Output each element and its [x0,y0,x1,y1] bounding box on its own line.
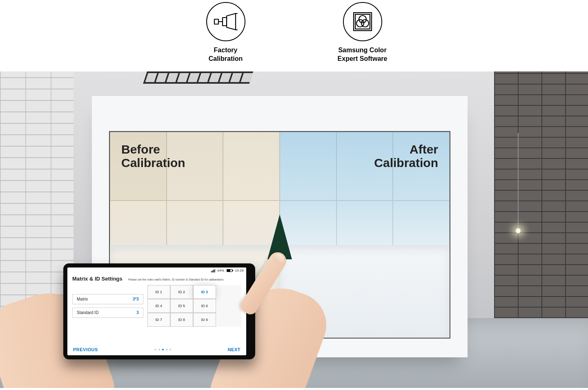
feature-row: Factory Calibration Samsung Color Expert… [0,0,588,71]
feature-label: Samsung Color Expert Software [338,46,388,63]
previous-button[interactable]: PREVIOUS [73,347,98,352]
app-footer: PREVIOUS NEXT [67,345,246,355]
color-expert-icon [343,2,382,41]
standard-id-label: Standard ID [77,310,98,315]
snow-ground [280,245,450,338]
next-button[interactable]: NEXT [228,347,241,352]
phone-screen: 64% 15:29 Matrix & ID Settings Please se… [67,267,246,355]
id-cell-9[interactable]: ID 9 [193,313,216,327]
before-calibration-label: Before Calibration [121,143,185,169]
signal-icon [211,269,215,272]
matrix-label: Matrix [77,297,88,301]
matrix-setting[interactable]: Matrix 3*3 [72,294,143,304]
svg-marker-3 [227,13,236,30]
ceiling-grid [143,71,253,84]
id-cell-3[interactable]: ID 3 [193,285,216,299]
tree-icon [267,214,292,259]
svg-rect-0 [214,19,218,24]
svg-rect-7 [355,14,370,29]
id-cell-7[interactable]: ID 7 [147,313,170,327]
brick-wall-right [494,71,588,319]
hanging-lamp [518,133,519,231]
video-wall-after: After Calibration [280,132,450,338]
standard-id-value: 3 [136,310,139,315]
id-cell-6[interactable]: ID 6 [193,299,216,313]
matrix-value: 3*3 [133,297,139,301]
app-header: Matrix & ID Settings Please set the vide… [67,274,246,285]
after-calibration-label: After Calibration [374,143,438,169]
id-cell-4[interactable]: ID 4 [147,299,170,313]
page-dots [155,349,171,350]
app-body: Matrix 3*3 Standard ID 3 ID 1 ID 2 ID 3 [67,285,246,327]
smartphone: 64% 15:29 Matrix & ID Settings Please se… [63,263,255,359]
id-cell-5[interactable]: ID 5 [170,299,193,313]
feature-factory-calibration: Factory Calibration [193,2,258,63]
clock-text: 15:29 [235,269,244,272]
battery-icon [227,269,232,272]
svg-rect-2 [223,18,227,26]
hero-scene: Before Calibration After Calibration 64%… [0,71,588,388]
app-title: Matrix & ID Settings [72,276,122,282]
feature-color-expert: Samsung Color Expert Software [330,2,395,63]
brick-wall-left [0,71,74,319]
feature-label: Factory Calibration [209,46,243,63]
id-grid: ID 1 ID 2 ID 3 ID 4 ID 5 ID 6 ID 7 ID 8 … [147,285,241,327]
id-cell-2[interactable]: ID 2 [170,285,193,299]
id-cell-8[interactable]: ID 8 [170,313,193,327]
id-cell-1[interactable]: ID 1 [147,285,170,299]
battery-text: 64% [218,269,225,272]
factory-calibration-icon [206,2,245,41]
standard-id-setting[interactable]: Standard ID 3 [72,308,143,318]
settings-column: Matrix 3*3 Standard ID 3 [72,285,143,327]
status-bar: 64% 15:29 [67,267,246,274]
app-subtitle: Please set the video wall's Matrix, ID n… [128,278,241,281]
id-grid-column: ID 1 ID 2 ID 3 ID 4 ID 5 ID 6 ID 7 ID 8 … [147,285,241,327]
